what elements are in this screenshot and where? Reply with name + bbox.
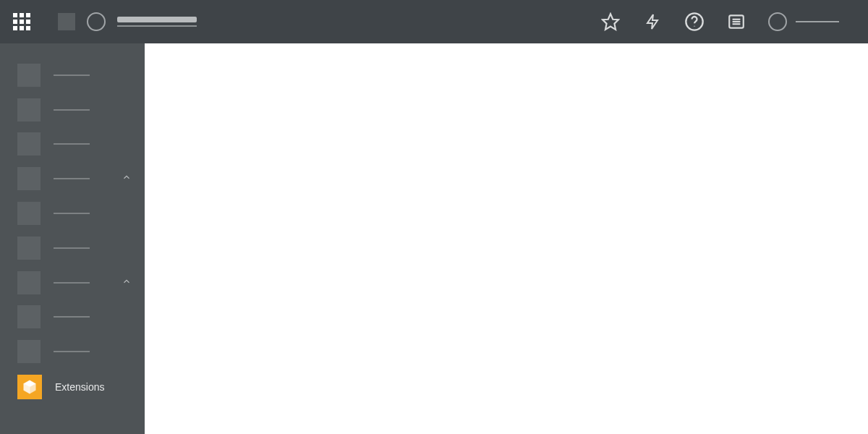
sidebar-item-3[interactable] bbox=[0, 161, 145, 196]
sidebar-item-1[interactable] bbox=[0, 93, 145, 127]
apps-launcher-button[interactable] bbox=[0, 0, 43, 43]
project-title-text bbox=[117, 17, 197, 27]
sidebar-item-2[interactable] bbox=[0, 127, 145, 162]
svg-marker-0 bbox=[603, 14, 618, 30]
list-panel-icon[interactable] bbox=[726, 12, 746, 32]
sidebar-item-label bbox=[54, 213, 90, 214]
sidebar-item-icon bbox=[17, 202, 41, 225]
project-title-placeholder bbox=[117, 17, 197, 22]
apps-grid-icon bbox=[13, 13, 30, 30]
sidebar-item-label bbox=[54, 282, 90, 284]
topbar-right-group bbox=[600, 12, 868, 32]
sidebar-item-4[interactable] bbox=[0, 196, 145, 231]
sidebar-item-label bbox=[54, 75, 90, 76]
bolt-icon[interactable] bbox=[642, 12, 663, 32]
sidebar-item-label bbox=[54, 247, 90, 249]
star-icon[interactable] bbox=[600, 12, 621, 32]
sidebar: Extensions bbox=[0, 43, 145, 434]
sidebar-item-label bbox=[54, 109, 90, 111]
sidebar-item-icon bbox=[17, 305, 41, 328]
sidebar-item-label bbox=[54, 178, 90, 179]
main-canvas[interactable] bbox=[145, 43, 868, 434]
sidebar-extensions-button[interactable]: Extensions bbox=[0, 369, 145, 405]
project-square-icon bbox=[58, 13, 75, 30]
project-avatar-icon bbox=[87, 12, 106, 31]
sidebar-item-icon bbox=[17, 132, 41, 156]
help-icon[interactable] bbox=[684, 12, 705, 32]
extensions-box-icon bbox=[17, 375, 42, 399]
sidebar-item-icon bbox=[17, 64, 41, 87]
sidebar-item-label bbox=[54, 316, 90, 318]
project-subtitle-placeholder bbox=[117, 25, 197, 27]
user-name-placeholder bbox=[796, 21, 839, 22]
chevron-up-icon bbox=[122, 276, 132, 289]
sidebar-item-6[interactable] bbox=[0, 265, 145, 300]
sidebar-item-label bbox=[54, 351, 90, 352]
user-menu[interactable] bbox=[768, 12, 839, 31]
sidebar-item-7[interactable] bbox=[0, 299, 145, 334]
sidebar-item-icon bbox=[17, 340, 41, 363]
extensions-label: Extensions bbox=[55, 381, 104, 393]
sidebar-item-icon bbox=[17, 271, 41, 294]
chevron-up-icon bbox=[122, 172, 132, 185]
top-bar bbox=[0, 0, 868, 43]
sidebar-item-8[interactable] bbox=[0, 334, 145, 369]
sidebar-item-5[interactable] bbox=[0, 231, 145, 265]
sidebar-item-icon bbox=[17, 237, 41, 260]
sidebar-item-0[interactable] bbox=[0, 58, 145, 93]
project-title-group[interactable] bbox=[58, 0, 197, 43]
sidebar-item-icon bbox=[17, 98, 41, 122]
sidebar-item-label bbox=[54, 143, 90, 145]
user-avatar-icon bbox=[768, 12, 787, 31]
sidebar-item-icon bbox=[17, 167, 41, 190]
